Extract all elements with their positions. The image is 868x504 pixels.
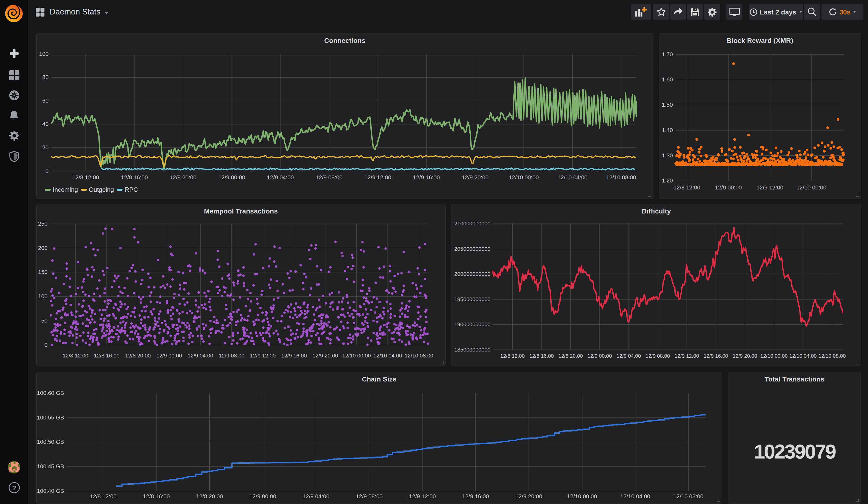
svg-text:12/10 04:00: 12/10 04:00 bbox=[789, 353, 817, 359]
svg-text:12/9 04:00: 12/9 04:00 bbox=[267, 174, 294, 181]
svg-text:12/10 04:00: 12/10 04:00 bbox=[557, 174, 587, 181]
svg-text:12/9 20:00: 12/9 20:00 bbox=[312, 352, 338, 359]
svg-text:12/9 08:00: 12/9 08:00 bbox=[316, 174, 342, 181]
svg-text:20: 20 bbox=[42, 144, 49, 151]
svg-text:12/8 20:00: 12/8 20:00 bbox=[125, 352, 151, 359]
svg-text:200000000000: 200000000000 bbox=[454, 271, 490, 277]
svg-text:12/10 00:00: 12/10 00:00 bbox=[567, 493, 597, 500]
svg-text:100.50 GB: 100.50 GB bbox=[37, 439, 64, 445]
svg-text:12/9 04:00: 12/9 04:00 bbox=[188, 352, 213, 359]
svg-text:12/10 08:00: 12/10 08:00 bbox=[404, 352, 433, 359]
svg-text:12/9 12:00: 12/9 12:00 bbox=[409, 493, 436, 500]
svg-text:12/9 20:00: 12/9 20:00 bbox=[515, 493, 542, 500]
svg-text:185000000000: 185000000000 bbox=[454, 347, 490, 352]
svg-text:12/9 12:00: 12/9 12:00 bbox=[675, 353, 699, 359]
svg-text:250: 250 bbox=[38, 220, 48, 227]
svg-text:50: 50 bbox=[41, 317, 48, 324]
svg-text:12/9 16:00: 12/9 16:00 bbox=[462, 493, 489, 500]
svg-text:1.60: 1.60 bbox=[662, 76, 673, 83]
svg-text:100.40 GB: 100.40 GB bbox=[37, 488, 64, 494]
svg-text:12/9 20:00: 12/9 20:00 bbox=[733, 353, 757, 359]
svg-text:1.50: 1.50 bbox=[662, 102, 673, 108]
svg-text:12/10 00:00: 12/10 00:00 bbox=[509, 174, 539, 181]
svg-text:12/10 08:00: 12/10 08:00 bbox=[606, 174, 636, 181]
svg-text:100: 100 bbox=[38, 293, 48, 300]
svg-text:12/8 16:00: 12/8 16:00 bbox=[529, 353, 554, 359]
svg-text:12/9 08:00: 12/9 08:00 bbox=[219, 352, 244, 359]
svg-text:12/10 00:00: 12/10 00:00 bbox=[796, 184, 826, 191]
svg-text:12/9 00:00: 12/9 00:00 bbox=[588, 353, 612, 359]
svg-text:12/9 20:00: 12/9 20:00 bbox=[462, 174, 488, 181]
svg-text:12/9 04:00: 12/9 04:00 bbox=[617, 353, 641, 359]
svg-text:12/9 08:00: 12/9 08:00 bbox=[645, 353, 670, 359]
svg-text:100.55 GB: 100.55 GB bbox=[37, 414, 64, 421]
svg-text:0: 0 bbox=[45, 167, 49, 174]
svg-text:12/8 12:00: 12/8 12:00 bbox=[500, 353, 525, 359]
svg-text:150: 150 bbox=[38, 269, 48, 275]
svg-text:1.70: 1.70 bbox=[662, 51, 673, 58]
svg-text:12/8 12:00: 12/8 12:00 bbox=[90, 493, 116, 500]
svg-text:12/8 20:00: 12/8 20:00 bbox=[196, 493, 223, 500]
svg-text:100: 100 bbox=[39, 51, 49, 57]
svg-text:12/9 00:00: 12/9 00:00 bbox=[715, 184, 742, 191]
svg-text:195000000000: 195000000000 bbox=[454, 296, 490, 302]
svg-text:12/8 16:00: 12/8 16:00 bbox=[121, 174, 148, 181]
svg-text:210000000000: 210000000000 bbox=[454, 220, 490, 226]
svg-text:60: 60 bbox=[42, 97, 49, 104]
svg-text:100.45 GB: 100.45 GB bbox=[37, 463, 64, 470]
svg-text:1.30: 1.30 bbox=[662, 152, 673, 159]
svg-text:12/8 12:00: 12/8 12:00 bbox=[72, 174, 99, 181]
svg-text:?: ? bbox=[12, 484, 16, 492]
svg-text:12/9 12:00: 12/9 12:00 bbox=[364, 174, 391, 181]
svg-text:100.60 GB: 100.60 GB bbox=[37, 390, 64, 396]
svg-text:190000000000: 190000000000 bbox=[454, 321, 490, 327]
svg-text:12/9 00:00: 12/9 00:00 bbox=[249, 493, 276, 500]
svg-text:12/8 12:00: 12/8 12:00 bbox=[63, 352, 88, 359]
svg-text:12/9 08:00: 12/9 08:00 bbox=[356, 493, 383, 500]
svg-text:12/9 12:00: 12/9 12:00 bbox=[756, 184, 783, 191]
svg-text:12/9 00:00: 12/9 00:00 bbox=[156, 352, 182, 359]
svg-text:12/9 04:00: 12/9 04:00 bbox=[302, 493, 329, 500]
svg-text:12/10 00:00: 12/10 00:00 bbox=[760, 353, 788, 359]
svg-text:12/10 00:00: 12/10 00:00 bbox=[342, 352, 371, 359]
svg-text:12/10 08:00: 12/10 08:00 bbox=[818, 353, 846, 359]
svg-text:80: 80 bbox=[42, 74, 49, 80]
svg-text:12/9 00:00: 12/9 00:00 bbox=[218, 174, 245, 181]
svg-text:12/8 20:00: 12/8 20:00 bbox=[558, 353, 583, 359]
svg-text:12/8 16:00: 12/8 16:00 bbox=[94, 352, 120, 359]
svg-text:12/8 12:00: 12/8 12:00 bbox=[673, 184, 700, 191]
svg-text:40: 40 bbox=[42, 121, 49, 127]
svg-text:12/9 16:00: 12/9 16:00 bbox=[413, 174, 440, 181]
svg-text:12/9 16:00: 12/9 16:00 bbox=[281, 352, 307, 359]
svg-text:12/10 04:00: 12/10 04:00 bbox=[620, 493, 650, 500]
svg-text:200: 200 bbox=[38, 245, 48, 251]
svg-text:12/8 20:00: 12/8 20:00 bbox=[169, 174, 196, 181]
svg-text:12/8 16:00: 12/8 16:00 bbox=[143, 493, 170, 500]
svg-text:12/10 04:00: 12/10 04:00 bbox=[373, 352, 402, 359]
svg-text:1.40: 1.40 bbox=[662, 127, 673, 133]
svg-text:12/10 08:00: 12/10 08:00 bbox=[673, 493, 703, 500]
svg-text:1.20: 1.20 bbox=[662, 177, 673, 184]
svg-text:12/9 16:00: 12/9 16:00 bbox=[704, 353, 728, 359]
svg-text:205000000000: 205000000000 bbox=[454, 246, 490, 252]
svg-text:12/9 12:00: 12/9 12:00 bbox=[250, 352, 276, 359]
svg-text:0: 0 bbox=[44, 342, 48, 348]
